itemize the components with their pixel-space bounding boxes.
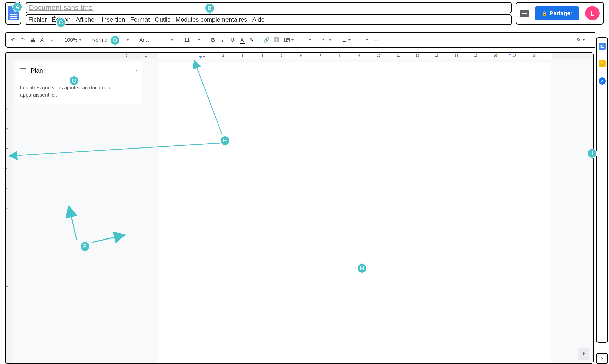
ruler-num: 1: [5, 88, 9, 90]
menu-insert[interactable]: Insertion: [102, 16, 125, 23]
share-button[interactable]: 🔒 Partager: [535, 6, 579, 20]
toolbar: ↶ ↷ 🖶 A ⟇ 100% Normal Arial 11 B I U A ✎…: [5, 32, 604, 48]
ruler-num: 13: [435, 54, 438, 58]
ruler-num: 9: [5, 247, 9, 249]
fontsize-value: 11: [184, 37, 190, 43]
ruler-num: 15: [474, 54, 477, 58]
align-button[interactable]: ≡: [302, 35, 313, 44]
underline-button[interactable]: U: [228, 35, 236, 44]
explore-button[interactable]: ✦: [578, 348, 589, 360]
caret-icon: [348, 39, 351, 41]
ruler-num: 6: [300, 54, 302, 58]
caret-icon: [171, 39, 174, 41]
menu-file[interactable]: Fichier: [28, 16, 47, 23]
ruler-num: 4: [5, 148, 9, 150]
doc-title[interactable]: Document sans titre: [29, 4, 93, 12]
sep: [134, 36, 134, 44]
sep: [317, 36, 317, 44]
header-bar: Document sans titre Fichier Édition Affi…: [0, 0, 609, 30]
insert-link-button[interactable]: [262, 35, 271, 44]
zoom-combo[interactable]: 100%: [62, 35, 84, 44]
side-panel-collapse[interactable]: ›: [596, 353, 608, 364]
keep-addon[interactable]: 💡: [599, 60, 606, 67]
spellcheck-button[interactable]: A: [38, 35, 46, 44]
sep: [206, 36, 206, 44]
redo-button[interactable]: ↷: [19, 35, 27, 44]
annotation-a: A: [12, 2, 22, 12]
user-avatar[interactable]: L: [585, 6, 600, 20]
add-comment-button[interactable]: +: [272, 35, 280, 44]
fontsize-combo[interactable]: 11: [182, 35, 202, 44]
ruler-num: 13: [5, 326, 9, 329]
ruler-num: 1: [145, 54, 147, 58]
editing-mode-button[interactable]: ✎: [574, 35, 588, 44]
indent-marker[interactable]: [199, 56, 202, 59]
annotation-d: D: [110, 35, 120, 46]
right-margin-marker[interactable]: [508, 53, 511, 55]
text-color-button[interactable]: A: [238, 35, 246, 44]
sep: [59, 36, 59, 44]
italic-button[interactable]: I: [219, 35, 227, 44]
outline-collapse-button[interactable]: ‹: [135, 68, 137, 74]
lock-icon: 🔒: [542, 10, 547, 16]
more-tools-button[interactable]: ⋯: [372, 35, 380, 44]
horizontal-ruler[interactable]: 21123456789101112131415161718: [6, 53, 593, 59]
side-panel: 31 💡 ✔ ›: [595, 30, 609, 364]
paint-format-button[interactable]: ⟇: [48, 35, 56, 44]
annotation-c: C: [56, 17, 66, 28]
line-spacing-button[interactable]: ‌↕≡: [320, 35, 334, 44]
open-comments-icon[interactable]: [520, 10, 529, 17]
workspace: 21123456789101112131415161718 1234567891…: [5, 52, 594, 364]
ruler-num: 4: [261, 54, 263, 58]
menu-bar: Fichier Édition Afficher Insertion Forma…: [26, 14, 512, 25]
ruler-num: 12: [5, 306, 9, 309]
menu-help[interactable]: Aide: [252, 16, 265, 23]
caret-icon: [366, 39, 368, 41]
menu-format[interactable]: Format: [130, 16, 150, 23]
menu-tools[interactable]: Outils: [155, 16, 170, 23]
image-icon: [284, 38, 290, 42]
caret-icon: [198, 39, 200, 41]
ruler-num: 16: [493, 54, 497, 58]
font-combo[interactable]: Arial: [137, 35, 176, 44]
ruler-num: 10: [377, 54, 380, 58]
insert-image-button[interactable]: [282, 35, 296, 44]
ruler-num: 2: [5, 108, 9, 110]
ruler-num: 6: [5, 188, 9, 189]
vertical-ruler[interactable]: 12345678910111213: [6, 59, 12, 363]
menu-view[interactable]: Afficher: [76, 16, 96, 23]
doc-title-box[interactable]: Document sans titre: [26, 2, 512, 13]
ruler-num: 8: [339, 54, 341, 58]
calendar-day: 31: [600, 44, 604, 48]
caret-icon: [126, 39, 129, 41]
highlight-button[interactable]: ✎: [248, 35, 256, 44]
bold-button[interactable]: B: [209, 35, 217, 44]
caret-icon: [309, 39, 311, 41]
print-button[interactable]: 🖶: [28, 35, 37, 44]
ruler-num: 10: [5, 266, 9, 269]
sep: [179, 36, 179, 44]
ruler-num: 11: [396, 54, 400, 58]
header-right: 🔒 Partager L: [516, 2, 604, 25]
sep: [591, 36, 591, 44]
avatar-initial: L: [591, 9, 594, 17]
sep: [337, 36, 337, 44]
menu-addons[interactable]: Modules complémentaires: [176, 16, 247, 23]
style-value: Normal: [92, 37, 108, 43]
zoom-value: 100%: [64, 37, 77, 43]
caret-icon: [79, 39, 82, 41]
undo-button[interactable]: ↶: [9, 35, 17, 44]
ruler-num: 2: [222, 54, 224, 58]
ruler-num: 14: [455, 54, 458, 58]
caret-icon: [582, 39, 585, 41]
ruler-num: 7: [320, 54, 321, 58]
calendar-addon[interactable]: 31: [599, 43, 606, 50]
bulleted-list-button[interactable]: ⋮≡: [354, 35, 371, 44]
ruler-num: 8: [5, 228, 9, 229]
document-page[interactable]: [158, 62, 551, 363]
ruler-page-zone: [158, 53, 552, 59]
numbered-list-button[interactable]: ☰: [340, 35, 353, 44]
ruler-num: 12: [416, 54, 419, 58]
ruler-num: 9: [358, 54, 360, 58]
tasks-addon[interactable]: ✔: [599, 77, 606, 85]
